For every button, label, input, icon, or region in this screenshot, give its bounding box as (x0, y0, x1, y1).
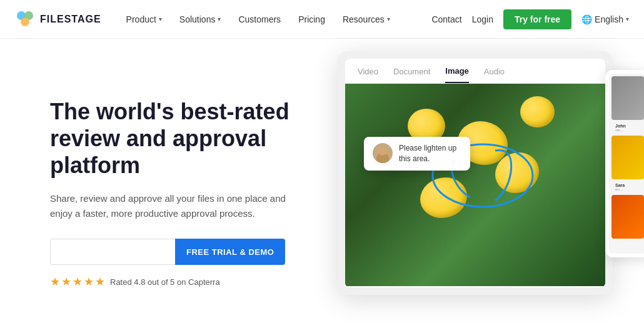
nav-item-customers[interactable]: Customers (231, 9, 288, 29)
hero-left: The world's best-rated review and approv… (50, 98, 350, 289)
globe-icon: 🌐 (581, 14, 592, 24)
star-2: ★ (61, 275, 71, 289)
nav-item-resources[interactable]: Resources ▾ (335, 9, 398, 29)
star-half: ★ (95, 275, 105, 289)
navbar: FILESTAGE Product ▾ Solutions ▾ Customer… (0, 0, 644, 39)
star-1: ★ (50, 275, 60, 289)
logo-icon (15, 9, 35, 29)
phone-label-1: John (614, 124, 641, 128)
laptop-inner: Video Document Image Audio (345, 59, 605, 287)
tab-video[interactable]: Video (358, 67, 378, 82)
image-preview: Please lighten up this area. (345, 84, 605, 286)
nav-item-product[interactable]: Product ▾ (119, 9, 169, 29)
hero-cta: FREE TRIAL & DEMO (50, 239, 350, 265)
chevron-down-icon: ▾ (218, 16, 221, 22)
avatar (373, 143, 393, 163)
lemon-5 (520, 96, 555, 127)
lemon-2 (495, 152, 539, 193)
phone-sublabel-1: ver... (614, 128, 641, 132)
nav-right: Contact Login Try for free 🌐 English ▾ (431, 9, 629, 29)
hero-title: The world's best-rated review and approv… (50, 98, 350, 179)
nav-item-pricing[interactable]: Pricing (291, 9, 333, 29)
hero-right-visual: Video Document Image Audio (338, 51, 644, 314)
star-3: ★ (73, 275, 83, 289)
laptop-frame: Video Document Image Audio (338, 51, 613, 295)
phone-thumb-1 (611, 76, 644, 120)
chevron-down-icon: ▾ (159, 16, 162, 22)
phone-thumb-3 (611, 195, 644, 239)
file-tabs: Video Document Image Audio (345, 59, 605, 84)
nav-item-solutions[interactable]: Solutions ▾ (172, 9, 229, 29)
login-link[interactable]: Login (472, 14, 493, 24)
phone-sublabel-2: en... (614, 187, 641, 191)
svg-point-2 (21, 17, 29, 26)
phone-frame: John ver... Sara en... (605, 70, 644, 257)
rating-text: Rated 4.8 out of 5 on Capterra (110, 277, 220, 287)
phone-thumb-2 (611, 136, 644, 179)
chevron-down-icon: ▾ (387, 16, 390, 22)
annotation-overlay (345, 84, 605, 286)
brand-name: FILESTAGE (40, 14, 101, 25)
star-rating: ★ ★ ★ ★ ★ (50, 275, 105, 289)
language-selector[interactable]: 🌐 English ▾ (581, 14, 629, 24)
try-for-free-button[interactable]: Try for free (503, 9, 571, 29)
logo[interactable]: FILESTAGE (15, 9, 101, 29)
tab-document[interactable]: Document (393, 67, 430, 82)
tab-audio[interactable]: Audio (484, 67, 505, 82)
rating-section: ★ ★ ★ ★ ★ Rated 4.8 out of 5 on Capterra (50, 275, 350, 289)
contact-link[interactable]: Contact (431, 14, 461, 24)
hero-subtitle: Share, review and approve all your files… (50, 191, 300, 221)
lemon-4 (420, 177, 467, 218)
phone-inner: John ver... Sara en... (609, 74, 644, 254)
chevron-down-icon: ▾ (626, 16, 629, 22)
nav-links: Product ▾ Solutions ▾ Customers Pricing … (119, 9, 432, 29)
hero-section: The world's best-rated review and approv… (0, 39, 644, 323)
comment-bubble: Please lighten up this area. (364, 137, 470, 171)
email-input[interactable] (50, 239, 175, 265)
comment-text: Please lighten up this area. (399, 143, 461, 164)
file-content: Please lighten up this area. (345, 84, 605, 286)
star-4: ★ (84, 275, 94, 289)
tab-image[interactable]: Image (445, 66, 469, 83)
cta-button[interactable]: FREE TRIAL & DEMO (175, 239, 285, 265)
phone-label-2: Sara (614, 183, 641, 187)
